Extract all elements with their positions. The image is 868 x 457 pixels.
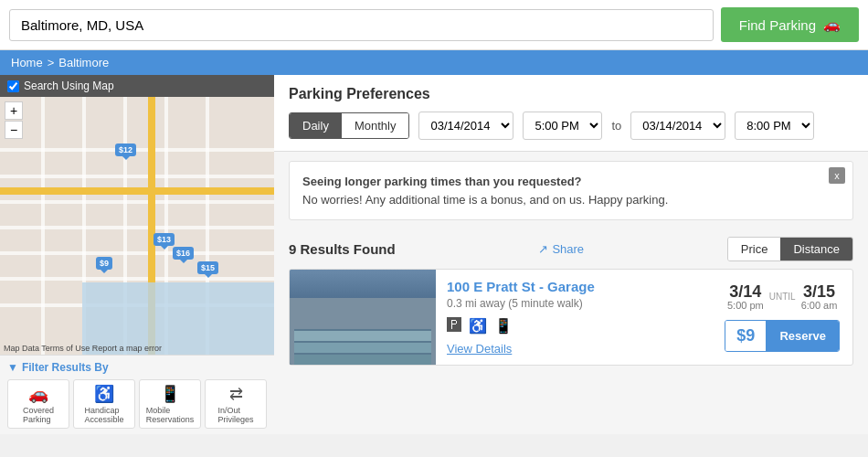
price-tag: $9 <box>725 321 767 351</box>
map-footer: Map Data Terms of Use Report a map error <box>4 344 162 353</box>
filter-inout-label: In/OutPrivileges <box>217 406 253 424</box>
map-pin-9[interactable]: $9 <box>96 257 112 270</box>
notice-title: Seeing longer parking times than you req… <box>302 175 582 188</box>
parking-type-tabs: Daily Monthly <box>289 112 409 139</box>
main-layout: Search Using Map <box>0 75 868 434</box>
notice-body: No worries! Any additional time is a bon… <box>302 193 668 207</box>
filter-handicap-label: HandicapAccessible <box>84 406 123 424</box>
date-range: 3/14 5:00 pm UNTIL 3/15 6:00 am <box>727 283 837 311</box>
filter-section: ▼ Filter Results By 🚗 CoveredParking ♿ H… <box>0 355 274 434</box>
to-date-value: 3/15 <box>801 283 838 300</box>
notice-close-button[interactable]: x <box>829 167 845 184</box>
mobile-icon: 📱 <box>160 384 180 404</box>
right-panel: Parking Preferences Daily Monthly 03/14/… <box>274 75 868 434</box>
garage-image <box>290 270 436 365</box>
result-info: 100 E Pratt St - Garage 0.3 mi away (5 m… <box>436 270 712 365</box>
breadcrumb-home[interactable]: Home <box>11 56 43 69</box>
find-parking-label: Find Parking <box>739 17 816 33</box>
car-icon: 🚗 <box>823 16 841 33</box>
filter-inout[interactable]: ⇄ In/OutPrivileges <box>205 379 267 429</box>
amenity-parking-icon: 🅿 <box>447 317 461 335</box>
zoom-in-button[interactable]: + <box>5 101 23 120</box>
breadcrumb-current: Baltimore <box>58 56 109 69</box>
filter-handicap[interactable]: ♿ HandicapAccessible <box>73 379 135 429</box>
sort-price-button[interactable]: Price <box>728 238 781 260</box>
garage-building <box>290 298 436 365</box>
map-pin-16[interactable]: $16 <box>173 247 194 260</box>
from-date-select[interactable]: 03/14/2014 <box>418 112 513 140</box>
view-details-button[interactable]: View Details <box>447 342 512 356</box>
results-count: 9 Results Found <box>289 241 396 257</box>
preferences-title: Parking Preferences <box>289 86 853 102</box>
map-container: $12 $13 $9 $16 $15 + − Map Data Terms of… <box>0 97 274 355</box>
results-header: 9 Results Found ↗ Share Price Distance <box>274 229 868 269</box>
amenity-handicap-icon: ♿ <box>469 317 487 335</box>
tab-monthly[interactable]: Monthly <box>342 113 409 138</box>
to-time-value: 6:00 am <box>801 300 838 311</box>
to-label: to <box>611 119 621 133</box>
filter-chevron-icon: ▼ <box>7 361 18 374</box>
result-card: 100 E Pratt St - Garage 0.3 mi away (5 m… <box>289 269 853 366</box>
from-time-value: 5:00 pm <box>727 300 764 311</box>
preferences-bar: Parking Preferences Daily Monthly 03/14/… <box>274 75 868 152</box>
filter-mobile-label: MobileReservations <box>146 406 195 424</box>
filter-title: ▼ Filter Results By <box>7 361 267 374</box>
handicap-icon: ♿ <box>94 384 114 404</box>
map-header: Search Using Map <box>0 75 274 97</box>
tab-daily[interactable]: Daily <box>290 113 342 138</box>
search-input[interactable] <box>9 9 714 41</box>
map-controls: + − <box>5 101 23 139</box>
result-distance: 0.3 mi away (5 minute walk) <box>447 297 701 310</box>
price-reserve-group: $9 Reserve <box>725 320 840 352</box>
breadcrumb-separator: > <box>48 56 55 69</box>
until-label: UNTIL <box>769 292 796 302</box>
map-header-label: Search Using Map <box>24 80 114 92</box>
map-pin-13[interactable]: $13 <box>153 233 175 246</box>
reserve-button[interactable]: Reserve <box>767 321 839 351</box>
sort-distance-button[interactable]: Distance <box>780 238 852 260</box>
result-image <box>290 270 436 365</box>
notice-box: Seeing longer parking times than you req… <box>289 161 853 220</box>
pref-controls: Daily Monthly 03/14/2014 5:00 PM to 03/1… <box>289 112 853 140</box>
from-time-select[interactable]: 5:00 PM <box>523 112 602 140</box>
find-parking-button[interactable]: Find Parking 🚗 <box>721 7 859 42</box>
to-time-select[interactable]: 8:00 PM <box>735 112 814 140</box>
map-pin-12[interactable]: $12 <box>115 143 136 156</box>
map-background: $12 $13 $9 $16 $15 + − Map Data Terms of… <box>0 97 274 355</box>
covered-parking-icon: 🚗 <box>28 384 48 404</box>
share-label: Share <box>552 242 584 256</box>
to-date-select[interactable]: 03/14/2014 <box>630 112 725 140</box>
breadcrumb: Home > Baltimore <box>0 50 868 75</box>
left-panel: Search Using Map <box>0 75 274 434</box>
from-date-value: 3/14 <box>727 283 764 300</box>
filter-covered-parking[interactable]: 🚗 CoveredParking <box>7 379 69 429</box>
search-using-map-checkbox[interactable] <box>7 80 19 92</box>
filter-mobile[interactable]: 📱 MobileReservations <box>139 379 201 429</box>
map-pin-15[interactable]: $15 <box>197 261 218 274</box>
result-amenities: 🅿 ♿ 📱 <box>447 317 701 335</box>
share-button[interactable]: ↗ Share <box>538 242 584 256</box>
result-pricing: 3/14 5:00 pm UNTIL 3/15 6:00 am $9 Reser… <box>712 270 852 365</box>
share-icon: ↗ <box>538 242 548 256</box>
amenity-mobile-icon: 📱 <box>494 317 513 335</box>
filter-covered-label: CoveredParking <box>23 406 54 424</box>
header: Find Parking 🚗 <box>0 0 868 50</box>
inout-icon: ⇄ <box>229 384 243 404</box>
filter-icons-group: 🚗 CoveredParking ♿ HandicapAccessible 📱 … <box>7 379 267 429</box>
result-name[interactable]: 100 E Pratt St - Garage <box>447 279 595 294</box>
zoom-out-button[interactable]: − <box>5 121 23 139</box>
sort-group: Price Distance <box>727 237 853 261</box>
